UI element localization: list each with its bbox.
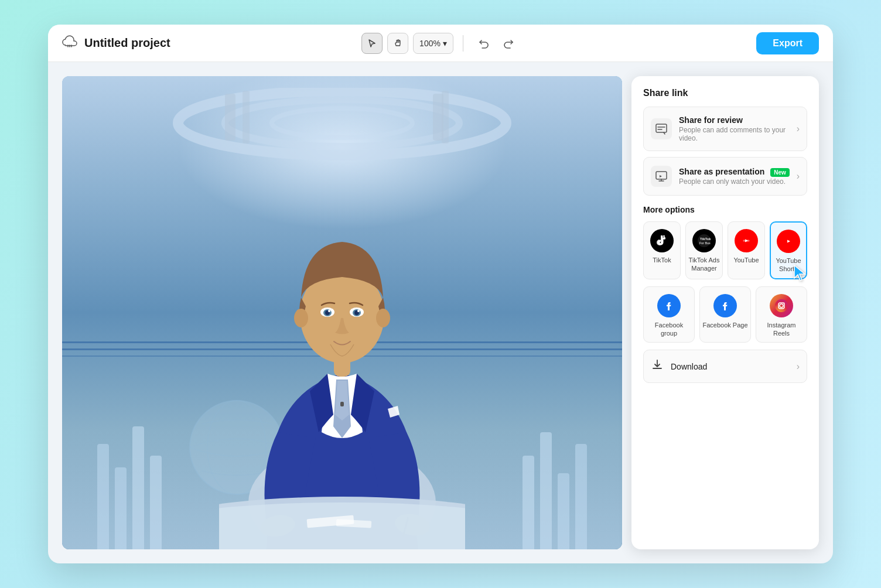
svg-rect-6 [442,91,449,143]
new-badge: New [770,168,790,177]
svg-point-2 [272,108,412,138]
tiktok-ads-option[interactable]: TikTok For Business TikTok Ads Manager [685,221,723,279]
svg-point-22 [294,309,308,327]
share-review-text: Share for review People can add comments… [679,115,797,142]
youtube-shorts-option[interactable]: YouTube Shorts [770,221,807,279]
bg-pillars [523,432,587,549]
facebook-page-icon [713,294,737,317]
share-panel-title: Share link [643,88,807,98]
svg-point-39 [775,299,788,312]
facebook-group-icon [657,294,681,317]
bg-pillars-left [97,426,162,549]
instagram-icon [770,294,793,317]
header: Untitled project 100% ▾ [48,25,833,62]
share-review-icon [651,118,672,139]
share-presentation-option[interactable]: Share as presentation New People can onl… [643,157,807,196]
download-arrow-icon: › [797,361,800,372]
video-placeholder [62,76,622,549]
svg-text:For Business: For Business [699,241,711,245]
hand-tool-button[interactable] [387,33,408,54]
header-center: 100% ▾ [361,33,520,54]
social-grid: TikTok TikTok For Business TikTok Ads Ma… [643,221,807,279]
youtube-option[interactable]: YouTube [728,221,765,279]
share-for-review-option[interactable]: Share for review People can add comments… [643,107,807,151]
zoom-value: 100% [419,39,440,48]
svg-rect-31 [656,172,667,179]
tiktok-ads-icon: TikTok For Business [692,229,716,252]
facebook-group-label: Facebook group [646,321,692,338]
share-panel: Share link Share for review People can a… [631,76,819,549]
share-presentation-desc: People can only watch your video. [679,177,797,186]
facebook-page-option[interactable]: Facebook Page [699,286,751,343]
facebook-page-label: Facebook Page [702,321,747,329]
cursor-overlay [792,264,811,283]
pointer-tool-button[interactable] [361,33,383,54]
more-options-title: More options [643,205,807,214]
main-content: Share link Share for review People can a… [48,62,833,563]
instagram-reels-label: Instagram Reels [759,321,804,338]
share-presentation-arrow-icon: › [797,171,800,182]
svg-point-17 [328,310,330,312]
youtube-icon [735,229,758,252]
share-presentation-title: Share as presentation New [679,167,797,176]
person-figure [219,139,465,549]
instagram-reels-option[interactable]: Instagram Reels [756,286,807,343]
video-canvas [62,76,622,549]
svg-rect-8 [340,402,344,406]
share-review-title: Share for review [679,115,797,125]
zoom-chevron-icon: ▾ [443,39,447,48]
share-review-arrow-icon: › [797,124,800,134]
svg-rect-3 [225,94,235,141]
app-container: Untitled project 100% ▾ [48,25,833,563]
undo-button[interactable] [473,33,494,54]
header-left: Untitled project [62,35,170,52]
svg-point-23 [376,309,390,327]
export-button[interactable]: Export [756,32,819,54]
cloud-icon [62,35,77,52]
share-presentation-text: Share as presentation New People can onl… [679,167,797,186]
zoom-button[interactable]: 100% ▾ [413,33,453,54]
youtube-shorts-icon [777,230,800,253]
redo-button[interactable] [498,33,520,54]
project-title: Untitled project [84,36,170,50]
social-grid-row2: Facebook group Facebook Page [643,286,807,343]
share-review-desc: People can add comments to your video. [679,126,797,142]
svg-point-42 [784,302,785,303]
download-label: Download [671,362,797,371]
download-icon [651,358,664,374]
download-option[interactable]: Download › [643,350,807,383]
tiktok-icon [650,229,674,252]
youtube-label: YouTube [733,256,759,264]
svg-point-21 [357,310,360,312]
tiktok-ads-label: TikTok Ads Manager [688,256,720,273]
tiktok-label: TikTok [653,256,671,264]
share-presentation-icon [651,166,672,187]
svg-rect-4 [243,91,250,143]
svg-text:TikTok: TikTok [700,237,711,241]
svg-rect-30 [656,124,667,132]
facebook-group-option[interactable]: Facebook group [643,286,695,343]
header-right: Export [756,32,819,54]
header-divider [463,35,463,52]
svg-rect-32 [698,234,711,247]
tiktok-option[interactable]: TikTok [643,221,681,279]
